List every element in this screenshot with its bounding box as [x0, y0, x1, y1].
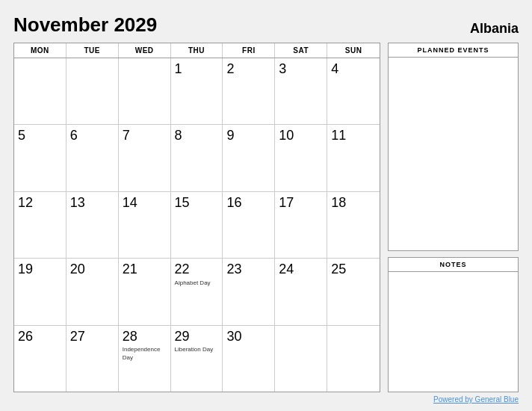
footer: Powered by General Blue [13, 395, 519, 404]
sidebar: PLANNED EVENTS NOTES [388, 43, 519, 392]
day-number: 29 [175, 329, 190, 345]
day-number: 26 [18, 329, 33, 345]
calendar-row: 262728Independence Day29Liberation Day30 [14, 326, 380, 392]
header: November 2029 Albania [13, 13, 519, 37]
calendar-body: 12345678910111213141516171819202122Alpha… [14, 58, 380, 392]
powered-by-link[interactable]: Powered by General Blue [433, 395, 519, 404]
day-number: 19 [18, 262, 33, 278]
calendar-cell [275, 326, 327, 392]
page: November 2029 Albania MONTUEWEDTHUFRISAT… [0, 0, 532, 411]
day-number: 18 [331, 195, 346, 211]
day-number: 7 [123, 128, 130, 144]
calendar-cell: 23 [223, 259, 275, 324]
calendar-header-row: MONTUEWEDTHUFRISATSUN [14, 43, 380, 58]
calendar-cell: 26 [14, 326, 66, 392]
day-number: 25 [331, 262, 346, 278]
day-number: 4 [331, 61, 338, 78]
main-area: MONTUEWEDTHUFRISATSUN 123456789101112131… [13, 43, 519, 392]
day-number: 20 [70, 262, 85, 278]
calendar-row: 1234 [14, 58, 380, 125]
calendar-cell: 15 [171, 192, 223, 258]
calendar-cell: 20 [66, 259, 119, 324]
calendar-cell [119, 58, 171, 124]
calendar-cell: 19 [14, 259, 66, 324]
calendar-cell: 11 [327, 125, 380, 191]
calendar-cell [327, 326, 380, 392]
day-number: 17 [279, 195, 294, 211]
country-label: Albania [470, 21, 519, 37]
day-number: 23 [226, 262, 241, 278]
cal-day-header: THU [171, 43, 223, 58]
calendar-cell [14, 58, 66, 124]
cal-day-header: SAT [275, 43, 327, 58]
calendar-cell: 18 [327, 192, 380, 258]
calendar-cell: 17 [275, 192, 327, 258]
calendar-cell: 14 [119, 192, 171, 258]
day-number: 21 [123, 262, 137, 278]
notes-content [389, 272, 518, 392]
calendar-cell: 25 [327, 259, 380, 324]
calendar-cell: 10 [275, 125, 327, 191]
day-event: Liberation Day [175, 346, 219, 353]
day-number: 27 [70, 329, 85, 345]
day-number: 15 [175, 195, 190, 211]
cal-day-header: TUE [66, 43, 119, 58]
day-event: Independence Day [123, 346, 167, 362]
cal-day-header: SUN [327, 43, 380, 58]
planned-events-label: PLANNED EVENTS [389, 43, 518, 58]
calendar-cell: 9 [223, 125, 275, 191]
calendar-row: 12131415161718 [14, 192, 380, 259]
calendar-cell: 5 [14, 125, 66, 191]
page-title: November 2029 [13, 13, 157, 37]
day-number: 11 [331, 128, 346, 144]
day-number: 2 [226, 61, 234, 78]
planned-events-content [389, 58, 518, 250]
calendar-cell: 12 [14, 192, 66, 258]
calendar-cell: 4 [327, 58, 380, 124]
cal-day-header: FRI [223, 43, 275, 58]
calendar-cell: 3 [275, 58, 327, 124]
day-number: 6 [70, 128, 78, 144]
calendar-cell: 28Independence Day [119, 326, 171, 392]
day-number: 24 [279, 262, 294, 278]
day-event: Alphabet Day [175, 279, 219, 287]
day-number: 1 [175, 61, 182, 78]
day-number: 5 [18, 128, 25, 144]
cal-day-header: MON [14, 43, 66, 58]
day-number: 12 [18, 195, 33, 211]
calendar: MONTUEWEDTHUFRISATSUN 123456789101112131… [13, 43, 380, 392]
calendar-cell: 2 [223, 58, 275, 124]
notes-label: NOTES [389, 258, 518, 272]
day-number: 9 [226, 128, 234, 144]
calendar-cell: 13 [66, 192, 119, 258]
day-number: 14 [123, 195, 137, 211]
day-number: 10 [279, 128, 294, 144]
calendar-cell: 22Alphabet Day [171, 259, 223, 324]
calendar-cell: 1 [171, 58, 223, 124]
calendar-cell: 21 [119, 259, 171, 324]
calendar-cell: 6 [66, 125, 119, 191]
day-number: 30 [226, 329, 241, 345]
calendar-cell: 16 [223, 192, 275, 258]
day-number: 8 [175, 128, 182, 144]
calendar-cell: 8 [171, 125, 223, 191]
planned-events-box: PLANNED EVENTS [388, 43, 519, 251]
calendar-cell: 27 [66, 326, 119, 392]
calendar-cell: 24 [275, 259, 327, 324]
calendar-cell: 29Liberation Day [171, 326, 223, 392]
calendar-cell: 7 [119, 125, 171, 191]
day-number: 3 [279, 61, 286, 78]
day-number: 16 [226, 195, 241, 211]
calendar-cell [66, 58, 119, 124]
calendar-row: 567891011 [14, 125, 380, 191]
day-number: 13 [70, 195, 85, 211]
day-number: 28 [123, 329, 137, 345]
calendar-cell: 30 [223, 326, 275, 392]
notes-box: NOTES [388, 257, 519, 392]
calendar-row: 19202122Alphabet Day232425 [14, 259, 380, 325]
cal-day-header: WED [119, 43, 171, 58]
day-number: 22 [175, 262, 190, 278]
